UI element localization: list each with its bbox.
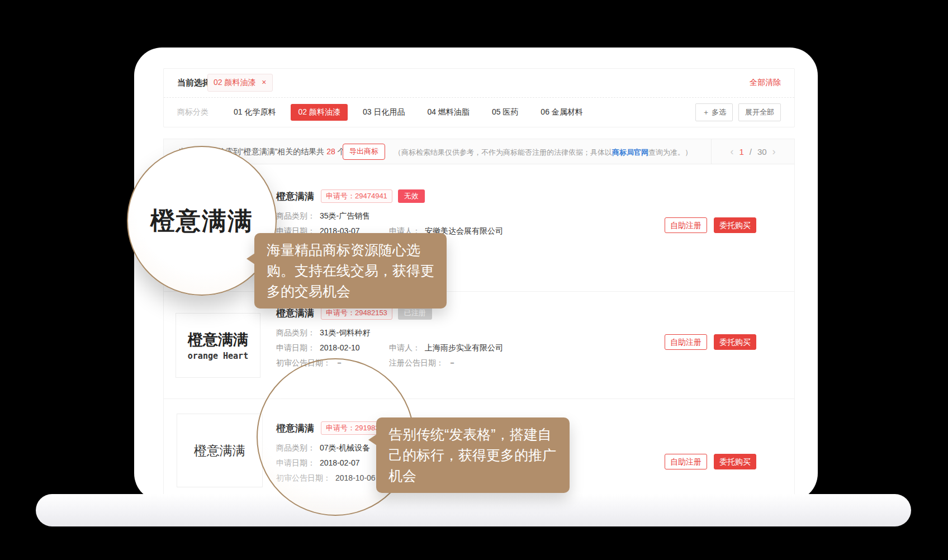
field-value: 2018-02-10: [320, 343, 360, 352]
category-row: 商标分类 01 化学原料 02 颜料油漆 03 日化用品 04 燃料油脂 05 …: [164, 97, 794, 127]
disclaimer-pre: （商标检索结果仅供参考，不作为商标能否注册的法律依据；具体以: [394, 148, 612, 156]
expand-all-button[interactable]: 展开全部: [738, 103, 781, 121]
category-tab-03[interactable]: 03 日化用品: [356, 104, 412, 121]
magnified-trademark-text: 橙意满满: [150, 205, 253, 238]
next-page-icon[interactable]: ›: [772, 146, 776, 156]
field-label: 商品类别：: [276, 211, 315, 220]
thumbnail-text: 橙意满满: [194, 442, 245, 459]
multi-select-button[interactable]: ＋ 多选: [695, 103, 733, 121]
trademark-office-link[interactable]: 商标局官网: [612, 148, 648, 156]
selected-filter-tag[interactable]: 02 颜料油漆 ×: [207, 74, 273, 92]
row-actions: 自助注册 委托购买: [665, 217, 756, 233]
category-tab-05[interactable]: 05 医药: [485, 104, 525, 121]
self-register-button[interactable]: 自助注册: [665, 454, 707, 469]
self-register-button[interactable]: 自助注册: [665, 334, 707, 350]
page: 当前选择 02 颜料油漆 × 全部清除 商标分类 01 化学原料 02 颜料油漆…: [0, 0, 948, 560]
thumbnail-subtext: orange Heart: [188, 351, 248, 361]
category-label: 商标分类: [177, 107, 208, 117]
self-register-button[interactable]: 自助注册: [665, 217, 707, 233]
pagination: ‹ 1 / 30 ›: [711, 139, 794, 164]
field-value: 31类-饲料种籽: [320, 328, 370, 337]
row-actions: 自助注册 委托购买: [665, 334, 756, 350]
prev-page-icon[interactable]: ‹: [730, 146, 733, 156]
trademark-name: 橙意满满: [276, 190, 314, 203]
current-page: 1: [739, 147, 743, 156]
laptop-base: [36, 494, 911, 526]
callout-promotion: 告别传统“发表格”，搭建自己的标行，获得更多的推广机会: [376, 417, 570, 493]
trademark-thumbnail: 橙意满满: [177, 414, 263, 487]
current-selection-label: 当前选择: [177, 78, 211, 88]
row-actions: 自助注册 委托购买: [665, 454, 756, 469]
thumbnail-text: 橙意满满: [188, 330, 248, 350]
results-header: 当前分类下检索到“橙意满满”相关的结果共 28 个 导出商标 （商标检索结果仅供…: [164, 139, 794, 164]
filter-panel: 当前选择 02 颜料油漆 × 全部清除 商标分类 01 化学原料 02 颜料油漆…: [163, 68, 795, 127]
row-info: 橙意满满 申请号：29474941 无效 商品类别：35类-广告销售 申请日期：…: [276, 189, 623, 239]
disclaimer-text: （商标检索结果仅供参考，不作为商标能否注册的法律依据；具体以商标局官网查询为准。…: [394, 148, 692, 158]
field-value: 35类-广告销售: [320, 211, 370, 220]
entrust-buy-button[interactable]: 委托购买: [714, 334, 756, 350]
field-label: 申请日期：: [276, 343, 315, 352]
entrust-buy-button[interactable]: 委托购买: [714, 454, 756, 469]
field-value: 上海雨步实业有限公司: [425, 343, 503, 352]
current-selection-row: 当前选择 02 颜料油漆 × 全部清除: [164, 69, 794, 97]
category-tab-01[interactable]: 01 化学原料: [226, 104, 283, 121]
total-pages: 30: [757, 147, 767, 156]
trademark-thumbnail: 橙意满满 orange Heart: [176, 313, 260, 378]
field-label: 注册公告日期：: [389, 358, 444, 367]
application-number-tag: 申请号：29474941: [321, 189, 392, 203]
export-trademark-button[interactable]: 导出商标: [343, 144, 385, 160]
field-value: －: [448, 358, 456, 367]
category-tab-04[interactable]: 04 燃料油脂: [420, 104, 476, 121]
results-count: 28: [326, 147, 335, 156]
disclaimer-post: 查询为准。）: [648, 148, 692, 156]
category-tab-02-selected[interactable]: 02 颜料油漆: [291, 104, 347, 121]
field-label: 申请人：: [389, 343, 420, 352]
selected-filter-tag-label: 02 颜料油漆: [214, 78, 255, 87]
entrust-buy-button[interactable]: 委托购买: [714, 217, 756, 233]
status-badge: 无效: [398, 189, 425, 203]
remove-filter-icon[interactable]: ×: [262, 78, 266, 87]
page-divider: /: [750, 147, 752, 156]
clear-all-button[interactable]: 全部清除: [750, 78, 781, 88]
category-tab-06[interactable]: 06 金属材料: [533, 104, 590, 121]
field-label: 商品类别：: [276, 328, 315, 337]
callout-trade-resources: 海量精品商标资源随心选购。支持在线交易，获得更多的交易机会: [254, 233, 447, 309]
